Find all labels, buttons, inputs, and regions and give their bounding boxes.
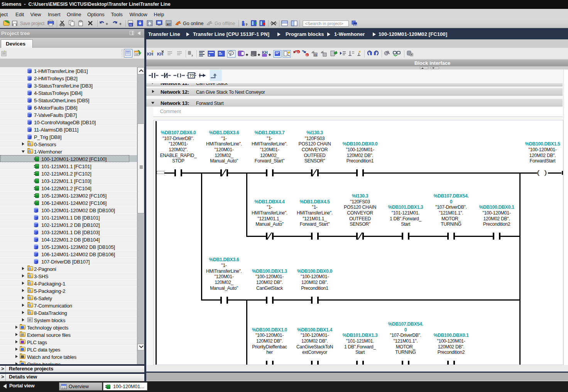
svg-text:??: ?? (189, 74, 194, 78)
svg-text:?: ? (245, 23, 248, 27)
svg-text:x: x (298, 51, 299, 53)
svg-text:KH: KH (147, 52, 153, 56)
svg-text:01: 01 (129, 24, 132, 26)
svg-text:Go offline: Go offline (215, 21, 235, 26)
svg-text:Save project: Save project (20, 21, 45, 26)
svg-text:Go online: Go online (183, 21, 204, 26)
svg-text:RT: RT (167, 23, 171, 26)
svg-text:x: x (306, 54, 308, 56)
svg-text:KH: KH (157, 52, 163, 56)
svg-text:<Search in project>: <Search in project> (305, 21, 343, 26)
svg-text:01: 01 (314, 54, 317, 56)
